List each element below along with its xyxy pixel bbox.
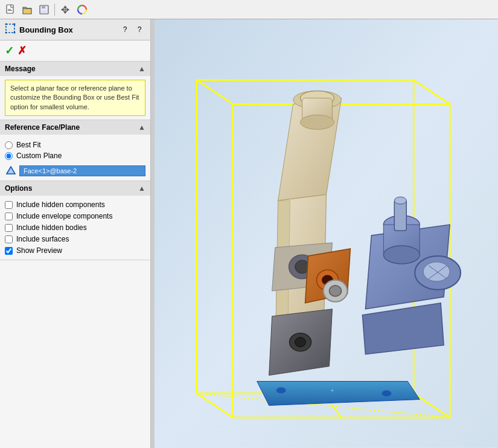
cancel-button[interactable]: ✗ (18, 44, 27, 57)
message-section-title: Message (5, 65, 36, 73)
bounding-box-icon (5, 23, 16, 36)
include-hidden-components-checkbox[interactable] (5, 201, 13, 209)
svg-point-23 (276, 388, 286, 394)
svg-point-24 (381, 391, 391, 397)
message-section-header[interactable]: Message ▲ (0, 62, 150, 76)
custom-plane-option[interactable]: Custom Plane (5, 152, 145, 160)
options-section-header[interactable]: Options ▲ (0, 181, 150, 196)
svg-point-32 (301, 115, 334, 129)
svg-rect-5 (41, 10, 47, 13)
svg-point-45 (383, 246, 420, 264)
include-hidden-bodies-label: Include hidden bodies (16, 223, 87, 232)
svg-rect-4 (42, 5, 45, 8)
best-fit-option[interactable]: Best Fit (5, 141, 145, 149)
custom-plane-label: Custom Plane (16, 152, 62, 160)
show-preview-option[interactable]: Show Preview (5, 246, 145, 255)
best-fit-radio[interactable] (5, 141, 13, 149)
include-hidden-components-label: Include hidden components (16, 200, 105, 209)
options-section: Options ▲ Include hidden components Incl… (0, 181, 150, 260)
face-input-field[interactable]: Face<1>@base-2 (19, 165, 145, 176)
new-button[interactable] (2, 2, 18, 18)
svg-rect-2 (8, 10, 12, 11)
include-hidden-bodies-option[interactable]: Include hidden bodies (5, 223, 145, 232)
message-collapse-icon: ▲ (138, 65, 145, 73)
svg-marker-12 (7, 167, 15, 174)
toolbar-divider-1 (54, 4, 55, 16)
reference-section-header[interactable]: Reference Face/Plane ▲ (0, 120, 150, 135)
custom-plane-radio[interactable] (5, 152, 13, 160)
panel-header-actions: ? ? (119, 24, 145, 36)
options-checkbox-group: Include hidden components Include envelo… (5, 199, 145, 256)
move-button[interactable] (57, 2, 73, 18)
viewport: + (155, 19, 498, 448)
app-container: Bounding Box ? ? ✓ ✗ Message ▲ Select a … (0, 0, 498, 448)
left-panel: Bounding Box ? ? ✓ ✗ Message ▲ Select a … (0, 19, 151, 448)
include-envelope-components-label: Include envelope components (16, 212, 112, 220)
panel-header: Bounding Box ? ? (0, 19, 150, 40)
panel-title: Bounding Box (19, 25, 119, 34)
svg-rect-7 (6, 24, 14, 33)
include-surfaces-option[interactable]: Include surfaces (5, 235, 145, 243)
include-surfaces-label: Include surfaces (16, 235, 69, 243)
ok-cancel-row: ✓ ✗ (0, 40, 150, 62)
scene-container: + (155, 19, 498, 448)
include-envelope-components-checkbox[interactable] (5, 213, 13, 220)
ok-button[interactable]: ✓ (5, 44, 14, 57)
svg-rect-1 (8, 9, 11, 10)
svg-point-41 (295, 338, 306, 347)
reference-section-title: Reference Face/Plane (5, 123, 80, 132)
save-button[interactable] (36, 2, 52, 18)
face-field: Face<1>@base-2 (5, 165, 145, 177)
main-area: Bounding Box ? ? ✓ ✗ Message ▲ Select a … (0, 19, 498, 448)
options-collapse-icon: ▲ (138, 184, 145, 193)
show-preview-label: Show Preview (16, 246, 62, 255)
show-preview-checkbox[interactable] (5, 247, 13, 255)
svg-point-51 (394, 197, 406, 204)
message-text: Select a planar face or reference plane … (5, 80, 145, 116)
reference-radio-group: Best Fit Custom Plane (5, 138, 145, 162)
open-button[interactable] (19, 2, 35, 18)
reference-collapse-icon: ▲ (138, 123, 145, 132)
color-button[interactable] (74, 2, 90, 18)
include-hidden-components-option[interactable]: Include hidden components (5, 200, 145, 209)
toolbar (0, 0, 498, 19)
options-section-title: Options (5, 184, 32, 193)
include-hidden-bodies-checkbox[interactable] (5, 224, 13, 232)
reference-section-content: Best Fit Custom Plane Fac (0, 135, 150, 181)
face-selector-icon (5, 165, 17, 177)
message-section-content: Select a planar face or reference plane … (0, 76, 150, 120)
svg-point-54 (329, 286, 341, 296)
options-section-content: Include hidden components Include envelo… (0, 196, 150, 260)
3d-scene-svg: + (155, 19, 498, 448)
include-envelope-components-option[interactable]: Include envelope components (5, 212, 145, 220)
svg-point-11 (14, 32, 16, 34)
help-button-2[interactable]: ? (133, 24, 145, 36)
include-surfaces-checkbox[interactable] (5, 235, 13, 243)
reference-section: Reference Face/Plane ▲ Best Fit Custom P… (0, 120, 150, 181)
svg-rect-50 (394, 200, 406, 231)
best-fit-label: Best Fit (16, 141, 41, 149)
svg-point-8 (5, 24, 7, 25)
message-section: Message ▲ Select a planar face or refere… (0, 62, 150, 120)
svg-point-9 (14, 24, 16, 25)
help-button-1[interactable]: ? (119, 24, 131, 36)
svg-point-10 (5, 32, 7, 34)
svg-text:+: + (331, 387, 334, 394)
